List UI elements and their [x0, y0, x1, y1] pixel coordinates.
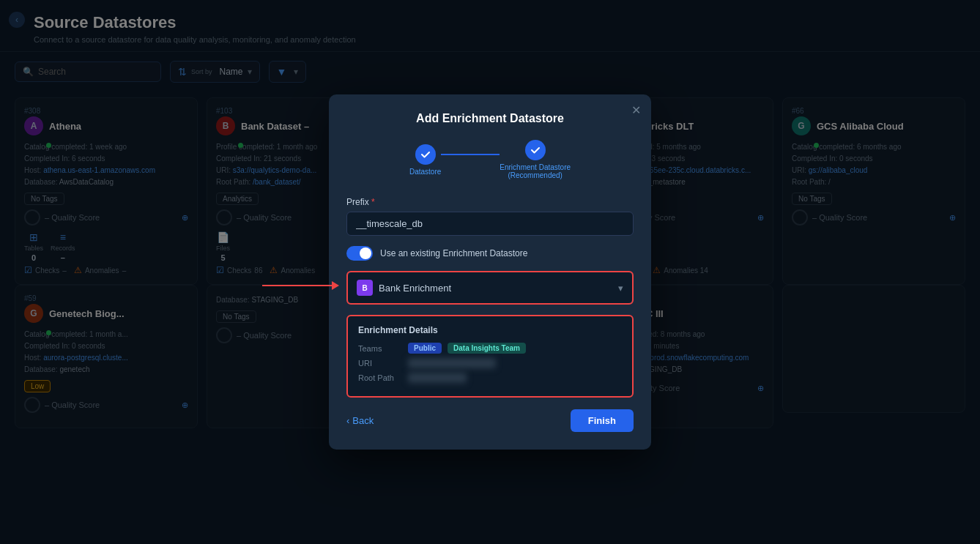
team-public-badge: Public: [408, 343, 442, 354]
enrichment-details-box: Enrichment Details Teams Public Data Ins…: [346, 315, 634, 398]
finish-button[interactable]: Finish: [571, 409, 634, 432]
root-path-row: Root Path: [358, 373, 622, 383]
arrow-annotation: [262, 281, 339, 290]
prefix-label: Prefix *: [346, 197, 634, 207]
toggle-label: Use an existing Enrichment Datastore: [380, 248, 527, 258]
step-1-circle: [415, 144, 436, 165]
uri-row: URI: [358, 358, 622, 368]
toggle-row: Use an existing Enrichment Datastore: [346, 246, 634, 261]
select-container: B Bank Enrichment ▾: [346, 271, 634, 305]
stepper: Datastore Enrichment Datastore(Recommend…: [346, 140, 634, 179]
modal-footer: ‹ Back Finish: [346, 409, 634, 432]
bank-icon: B: [357, 280, 373, 296]
step-connector: [441, 154, 500, 155]
back-button[interactable]: ‹ Back: [346, 415, 374, 426]
uri-value-blurred: [408, 358, 496, 368]
root-path-value-blurred: [408, 373, 467, 383]
team-insights-badge: Data Insights Team: [448, 343, 526, 354]
enrichment-datastore-select-wrapper: B Bank Enrichment ▾: [346, 271, 634, 305]
modal-overlay: ✕ Add Enrichment Datastore Datastore: [0, 0, 980, 544]
step-2-label: Enrichment Datastore(Recommended): [500, 163, 571, 179]
step-2: Enrichment Datastore(Recommended): [500, 140, 571, 179]
modal-title: Add Enrichment Datastore: [346, 112, 634, 125]
modal-close-button[interactable]: ✕: [631, 103, 641, 117]
enrichment-datastore-select[interactable]: B Bank Enrichment ▾: [348, 272, 632, 303]
enrichment-details-title: Enrichment Details: [358, 325, 622, 335]
arrow-line: [262, 285, 332, 286]
prefix-input[interactable]: [346, 212, 634, 236]
arrow-head: [332, 281, 339, 290]
step-1-label: Datastore: [409, 168, 441, 176]
select-chevron-icon: ▾: [618, 283, 623, 294]
step-1: Datastore: [409, 144, 441, 176]
back-chevron-icon: ‹: [346, 415, 349, 426]
step-2-circle: [525, 140, 546, 160]
teams-row: Teams Public Data Insights Team: [358, 343, 622, 354]
teams-label: Teams: [358, 344, 402, 353]
uri-label: URI: [358, 359, 402, 368]
existing-enrichment-toggle[interactable]: [346, 246, 373, 261]
add-enrichment-modal: ✕ Add Enrichment Datastore Datastore: [329, 94, 651, 450]
root-path-label: Root Path: [358, 373, 402, 382]
